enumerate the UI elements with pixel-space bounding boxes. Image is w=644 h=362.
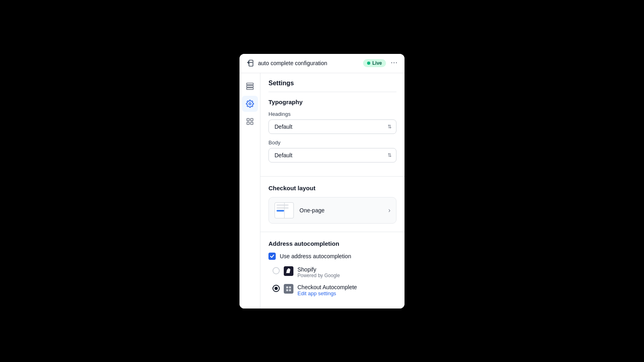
svg-rect-16 [289,289,291,291]
shopify-text-group: Shopify Powered by Google [297,266,340,278]
svg-point-8 [249,103,251,105]
headings-select-value: Default [275,123,292,130]
preview-line-short [277,210,284,212]
use-autocompletion-row: Use address autocompletion [268,253,396,260]
svg-rect-6 [246,85,253,87]
live-dot [367,62,370,65]
sidebar-item-settings[interactable] [242,96,258,112]
settings-content: Settings Typography Headings Default ⇅ B… [260,73,405,309]
header-title: auto complete configuration [258,60,359,66]
svg-point-3 [394,62,395,63]
svg-rect-13 [286,286,288,288]
svg-rect-7 [246,88,253,89]
svg-rect-11 [247,122,249,124]
shopify-icon [284,266,293,276]
headings-field: Headings Default ⇅ [268,111,396,134]
main-layout: Settings Typography Headings Default ⇅ B… [239,73,405,309]
checkout-autocomplete-radio-option: Checkout Autocomplete Edit app settings [272,284,396,296]
checkout-autocomplete-label: Checkout Autocomplete [297,284,357,290]
preview-divider [284,203,285,218]
address-autocompletion-title: Address autocompletion [268,240,396,247]
svg-rect-12 [250,122,253,124]
sidebar-item-layers[interactable] [242,78,258,94]
checkout-autocomplete-radio[interactable] [272,285,280,292]
svg-rect-9 [247,118,249,121]
section-divider-2 [260,232,405,232]
sidebar-item-apps[interactable] [242,113,258,130]
app-window: auto complete configuration Live [239,54,405,309]
preview-line-2 [277,207,289,209]
svg-point-2 [391,62,392,63]
address-autocompletion-section: Address autocompletion Use address autoc… [260,234,405,309]
live-badge: Live [363,59,386,67]
back-button[interactable] [246,59,254,67]
checkout-autocomplete-text-group: Checkout Autocomplete Edit app settings [297,284,357,296]
svg-point-4 [396,62,397,63]
preview-line-1 [277,204,289,206]
shopify-sublabel: Powered by Google [297,273,340,278]
svg-rect-14 [289,286,291,288]
typography-title: Typography [268,99,396,105]
headings-select[interactable]: Default [268,119,396,134]
headings-label: Headings [268,111,396,117]
headings-select-wrapper: Default ⇅ [268,119,396,134]
body-field: Body Default ⇅ [268,140,396,162]
shopify-radio[interactable] [272,267,280,274]
shopify-label: Shopify [297,266,340,273]
typography-section: Typography Headings Default ⇅ Body Defa [260,92,405,175]
layout-card-label: One-page [299,207,383,214]
layout-card-one-page[interactable]: One-page › [268,197,396,224]
svg-rect-10 [250,118,253,121]
svg-rect-5 [246,83,253,84]
checkout-layout-section: Checkout layout One-page › [260,178,405,230]
body-select-wrapper: Default ⇅ [268,148,396,162]
body-label: Body [268,140,396,146]
checkout-autocomplete-icon [284,284,293,294]
body-select[interactable]: Default [268,148,396,162]
section-divider-1 [260,176,405,177]
svg-rect-0 [249,60,253,66]
app-header: auto complete configuration Live [239,54,405,73]
settings-title: Settings [260,73,405,92]
use-autocompletion-label: Use address autocompletion [280,253,351,259]
live-label: Live [372,60,382,66]
edit-app-settings-link[interactable]: Edit app settings [297,290,357,296]
use-autocompletion-checkbox[interactable] [268,253,276,260]
svg-rect-15 [286,289,288,291]
checkout-layout-title: Checkout layout [268,185,396,191]
body-select-value: Default [275,152,292,158]
layout-preview-icon [275,202,294,218]
layout-chevron-icon: › [388,207,390,214]
more-menu-button[interactable] [390,59,398,68]
sidebar [239,73,260,309]
shopify-radio-option: Shopify Powered by Google [272,266,396,278]
